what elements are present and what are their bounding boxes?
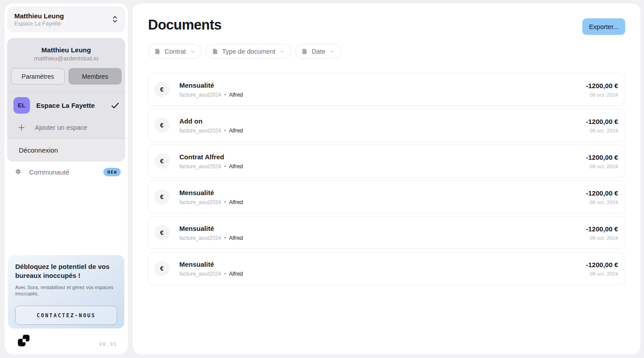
document-info: Mensualité facture_aout2024 • Alfred: [179, 189, 586, 205]
document-info: Mensualité facture_aout2024 • Alfred: [179, 225, 586, 241]
document-title: Mensualité: [179, 189, 586, 196]
document-title: Add on: [179, 117, 586, 125]
document-list: € Mensualité facture_aout2024 • Alfred -…: [148, 73, 625, 285]
euro-icon: €: [154, 189, 169, 205]
dot-separator: •: [224, 271, 226, 276]
filter-bar: Contrat Type de document: [148, 44, 625, 59]
main-header: Documents Exporter...: [148, 17, 625, 35]
document-title: Contrat Alfred: [179, 153, 586, 161]
export-button[interactable]: Exporter...: [582, 18, 625, 35]
document-row[interactable]: € Mensualité facture_aout2024 • Alfred -…: [148, 217, 625, 249]
filter-label: Contrat: [165, 48, 186, 55]
add-space-label: Ajouter un espace: [35, 124, 87, 131]
community-label: Communauté: [29, 168, 96, 176]
community-link[interactable]: Communauté NEW: [7, 162, 125, 183]
euro-icon: €: [154, 118, 169, 133]
document-amount: -1200,00 €: [586, 118, 618, 125]
document-row[interactable]: € Add on facture_aout2024 • Alfred -1200…: [148, 109, 625, 141]
document-author: Alfred: [229, 235, 243, 241]
sidebar-footer: V0.01: [7, 328, 125, 352]
dot-separator: •: [224, 92, 226, 97]
document-date: 09 oct. 2024: [586, 235, 618, 241]
euro-icon: €: [154, 261, 169, 276]
chevron-down-icon: [330, 49, 335, 54]
document-author: Alfred: [229, 199, 243, 205]
dot-separator: •: [224, 200, 226, 205]
document-amount: -1200,00 €: [586, 189, 618, 197]
add-space-button[interactable]: Ajouter un espace: [7, 118, 125, 138]
plus-icon: [18, 124, 25, 131]
document-amount: -1200,00 €: [586, 153, 618, 161]
spacer: [7, 183, 125, 255]
check-icon: [111, 102, 119, 109]
sidebar: Matthieu Leung Espace La Fayette Matthie…: [4, 4, 128, 354]
user-header-text: Matthieu Leung Espace La Fayette: [14, 12, 64, 27]
filter-label: Date: [312, 48, 326, 55]
document-meta: facture_aout2024 • Alfred: [179, 128, 586, 134]
filter-icon-0: [154, 48, 161, 55]
document-amount-block: -1200,00 € 09 oct. 2024: [586, 261, 618, 277]
account-info: Matthieu Leung matthieu@ardentstud.io: [7, 38, 125, 62]
version-label: V0.01: [99, 341, 117, 347]
account-actions: Paramètres Membres: [7, 62, 125, 85]
document-title: Mensualité: [179, 260, 586, 268]
account-name: Matthieu Leung: [11, 46, 122, 54]
promo-title: Débloquez le potentiel de vos bureaux in…: [15, 262, 117, 280]
document-filename: facture_aout2024: [179, 271, 221, 277]
document-row[interactable]: € Contrat Alfred facture_aout2024 • Alfr…: [148, 145, 625, 177]
document-title: Mensualité: [179, 225, 586, 232]
document-meta: facture_aout2024 • Alfred: [179, 271, 586, 277]
document-row[interactable]: € Mensualité facture_aout2024 • Alfred -…: [148, 252, 625, 285]
document-filename: facture_aout2024: [179, 128, 221, 134]
workspace-item[interactable]: EL Espace La Fayette: [7, 93, 125, 118]
dot-separator: •: [224, 235, 226, 240]
dot-separator: •: [224, 128, 226, 133]
document-meta: facture_aout2024 • Alfred: [179, 235, 586, 241]
settings-button[interactable]: Paramètres: [11, 68, 65, 85]
chevron-up-down-icon: [112, 16, 118, 23]
members-button[interactable]: Membres: [68, 68, 122, 85]
filter-label: Type de document: [222, 48, 275, 55]
document-info: Add on facture_aout2024 • Alfred: [179, 117, 586, 134]
document-info: Contrat Alfred facture_aout2024 • Alfred: [179, 153, 586, 170]
workspace-name: Espace La Fayette: [36, 102, 105, 109]
document-author: Alfred: [229, 163, 243, 170]
document-title: Mensualité: [179, 81, 586, 89]
document-date: 09 oct. 2024: [586, 164, 618, 169]
main-panel: Documents Exporter... Contrat Type de do…: [133, 4, 640, 354]
document-filename: facture_aout2024: [179, 235, 221, 241]
document-amount: -1200,00 €: [586, 261, 618, 268]
contact-us-button[interactable]: CONTACTEZ-NOUS: [15, 306, 117, 325]
document-meta: facture_aout2024 • Alfred: [179, 199, 586, 205]
document-amount-block: -1200,00 € 09 oct. 2024: [586, 118, 618, 133]
document-row[interactable]: € Mensualité facture_aout2024 • Alfred -…: [148, 181, 625, 213]
document-amount-block: -1200,00 € 09 oct. 2024: [586, 153, 618, 169]
filter-pill[interactable]: Date: [295, 44, 341, 59]
user-name: Matthieu Leung: [14, 12, 64, 20]
user-header[interactable]: Matthieu Leung Espace La Fayette: [7, 6, 125, 32]
document-amount: -1200,00 €: [586, 225, 618, 233]
promo-card: Débloquez le potentiel de vos bureaux in…: [8, 255, 124, 328]
workspace-avatar: EL: [13, 97, 30, 114]
chevron-down-icon: [190, 49, 195, 54]
logout-button[interactable]: Déconnexion: [7, 138, 125, 162]
new-badge: NEW: [103, 168, 121, 176]
document-author: Alfred: [229, 271, 243, 277]
user-workspace: Espace La Fayette: [14, 20, 64, 27]
filter-pill[interactable]: Type de document: [206, 44, 291, 59]
document-amount-block: -1200,00 € 09 oct. 2024: [586, 82, 618, 98]
document-date: 09 oct. 2024: [586, 128, 618, 133]
page-title: Documents: [148, 17, 221, 33]
document-filename: facture_aout2024: [179, 163, 221, 170]
document-date: 09 oct. 2024: [586, 271, 618, 277]
account-email: matthieu@ardentstud.io: [11, 55, 122, 62]
filter-pill[interactable]: Contrat: [148, 44, 202, 59]
document-row[interactable]: € Mensualité facture_aout2024 • Alfred -…: [148, 73, 625, 106]
divider: [7, 91, 125, 92]
filter-icon-1: [212, 48, 218, 55]
euro-icon: €: [154, 225, 169, 240]
dot-separator: •: [224, 164, 226, 169]
flower-icon: [15, 169, 21, 175]
app-logo-icon: [18, 335, 30, 347]
document-amount-block: -1200,00 € 09 oct. 2024: [586, 225, 618, 241]
